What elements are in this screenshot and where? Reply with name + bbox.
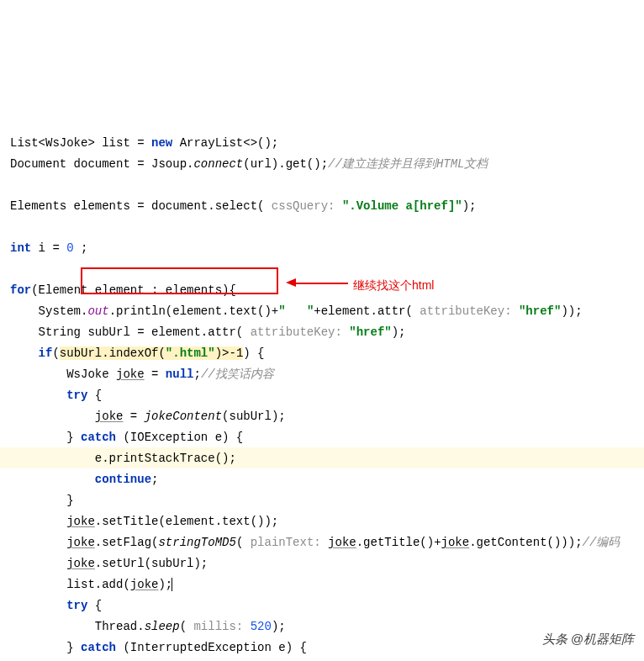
t: ); — [392, 325, 406, 339]
t: (InterruptedException e) { — [116, 641, 307, 654]
code-block: List<WsJoke> list = new ArrayList<>(); D… — [10, 133, 634, 661]
kw-try: try — [66, 599, 87, 612]
t: .println(element.text()+ — [109, 304, 279, 318]
kw-continue: continue — [95, 473, 151, 486]
t: list.add( — [10, 578, 130, 591]
comment: //建立连接并且得到HTML文档 — [328, 157, 488, 171]
kw-if: if — [39, 346, 53, 360]
t: ) { — [243, 346, 264, 360]
annotation-arrow-head-icon — [286, 278, 296, 287]
string: "href" — [519, 304, 561, 318]
hl: )>-1 — [215, 346, 244, 360]
t: )); — [561, 304, 582, 318]
hl: subUrl.indexOf( — [60, 346, 166, 360]
t: System. — [10, 304, 87, 318]
kw-for: for — [10, 283, 31, 297]
t: ); — [158, 578, 172, 591]
t: } — [10, 641, 81, 654]
comment: //找笑话内容 — [201, 368, 274, 381]
var-joke: joke — [441, 536, 470, 549]
string: ".html" — [166, 346, 215, 360]
t: ( — [180, 620, 187, 633]
param-hint: attributeKey: — [413, 304, 519, 318]
annotation-box — [81, 267, 278, 294]
num: 520 — [251, 620, 272, 633]
t: .setFlag( — [95, 536, 159, 549]
fn-md5: stringToMD5 — [158, 536, 235, 549]
t: { — [87, 599, 102, 612]
var-joke: joke — [95, 410, 124, 423]
t — [10, 536, 66, 549]
t: .setTitle(element.text()); — [95, 515, 278, 528]
param-hint: cssQuery: — [264, 199, 341, 213]
t: +element.attr( — [314, 304, 413, 318]
t: = — [145, 368, 166, 381]
t: ; — [74, 241, 88, 255]
num: 0 — [66, 241, 73, 255]
t: e.printStackTrace(); — [10, 452, 236, 465]
var-joke: joke — [66, 515, 95, 528]
t: } — [10, 494, 74, 507]
t: ); — [462, 199, 477, 213]
t: ( — [52, 346, 59, 360]
annotation-arrow-line — [296, 283, 348, 284]
var-joke: joke — [130, 578, 159, 591]
t: (subUrl); — [222, 410, 286, 423]
param-hint: millis: — [187, 620, 251, 633]
t: (url).get(); — [243, 157, 328, 171]
t: WsJoke — [10, 368, 116, 381]
kw-catch: catch — [81, 641, 116, 654]
fn-jokecontent: jokeContent — [145, 410, 222, 423]
t — [10, 557, 66, 570]
string: "href" — [349, 325, 391, 339]
kw-int: int — [10, 241, 31, 255]
field-out: out — [87, 304, 108, 318]
t: .getTitle()+ — [356, 536, 441, 549]
kw-new: new — [151, 136, 172, 150]
t: ; — [151, 473, 158, 486]
param-hint: plainText: — [243, 536, 328, 549]
t: = — [123, 410, 144, 423]
string: " " — [278, 304, 314, 318]
t: .setUrl(subUrl); — [95, 557, 208, 570]
t: .getContent())); — [469, 536, 582, 549]
var-joke: joke — [116, 368, 145, 381]
fn-connect: connect — [193, 157, 243, 171]
var-joke: joke — [66, 557, 95, 570]
var-joke: joke — [66, 536, 95, 549]
string: ".Volume a[href]" — [342, 199, 462, 213]
kw-try: try — [66, 389, 87, 402]
t: i = — [31, 241, 66, 255]
annotation-text: 继续找这个html — [353, 275, 434, 296]
t: Document document = Jsoup. — [10, 157, 193, 171]
watermark: 头条 @机器矩阵 — [542, 628, 634, 649]
t: (IOException e) { — [116, 431, 243, 444]
fn-sleep: sleep — [145, 620, 180, 633]
t: ; — [193, 368, 200, 381]
param-hint: attributeKey: — [243, 325, 349, 339]
kw-catch: catch — [81, 431, 116, 444]
t: ); — [272, 620, 286, 633]
t: String subUrl = element.attr( — [10, 325, 243, 339]
comment: //编码 — [583, 536, 620, 549]
t: } — [10, 431, 81, 444]
var-joke: joke — [328, 536, 356, 549]
kw-null: null — [166, 368, 194, 381]
t: Elements elements = document.select( — [10, 199, 264, 213]
t — [10, 515, 66, 528]
t: ArrayList<>(); — [172, 136, 278, 150]
t: { — [87, 389, 102, 402]
t: List<WsJoke> list = — [10, 136, 151, 150]
t: Thread. — [10, 620, 145, 633]
